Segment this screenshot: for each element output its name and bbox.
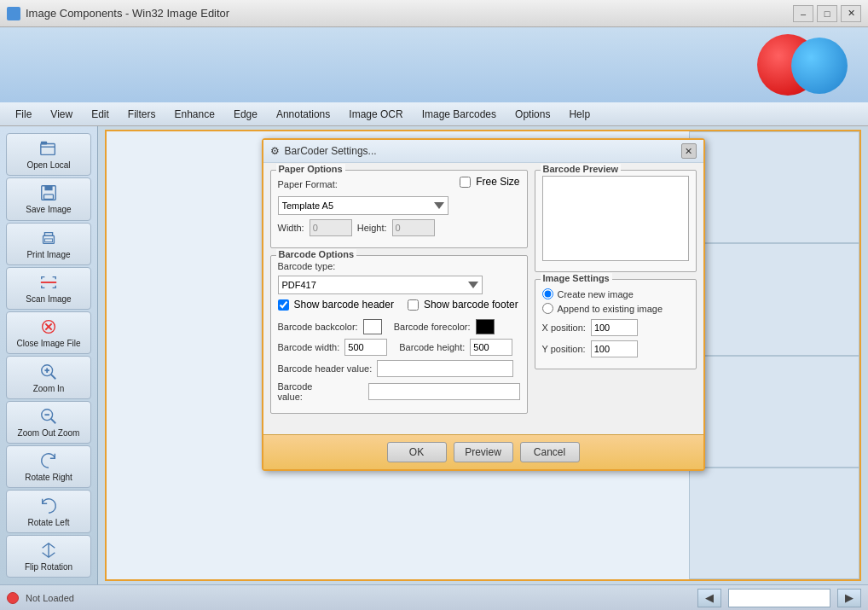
dialog-body: Paper Options Paper Format: Free Size (263, 163, 703, 434)
dialog-columns: Paper Options Paper Format: Free Size (270, 170, 697, 421)
sidebar-btn-label-save-image: Save Image (26, 205, 71, 215)
paper-format-select-row: Template A5Template A4Template LetterCus… (278, 196, 520, 215)
show-header-checkbox[interactable] (278, 299, 289, 311)
barcode-dimensions-row: Barcode width: 500 Barcode height: 500 (278, 339, 520, 356)
width-input[interactable]: 0 (310, 219, 352, 236)
barcode-options-section: Barcode Options Barcode type: PDF417QR C… (270, 255, 528, 414)
barcode-value-row: Barcode value: (278, 381, 520, 402)
header-value-label: Barcode header value: (278, 363, 373, 374)
paper-options-section: Paper Options Paper Format: Free Size (270, 170, 528, 248)
sidebar-btn-rotate-left[interactable]: Rotate Left (6, 490, 91, 532)
nav-prev-button[interactable]: ◀ (697, 589, 721, 607)
sidebar-btn-zoom-out[interactable]: Zoom Out Zoom (6, 401, 91, 444)
append-radio-row: Append to existing image (542, 303, 689, 314)
zoom-out-icon (37, 406, 61, 427)
backcolor-swatch[interactable] (363, 319, 382, 334)
sidebar-btn-save-image[interactable]: Save Image (6, 177, 91, 220)
dimensions-row: Width: 0 Height: 0 (278, 219, 520, 236)
menu-item-help[interactable]: Help (560, 106, 599, 123)
forecolor-label: Barcode forecolor: (394, 322, 471, 332)
height-input[interactable]: 0 (392, 219, 435, 236)
sidebar-btn-print-image[interactable]: Print Image (6, 223, 91, 265)
nav-next-button[interactable]: ▶ (837, 589, 861, 607)
svg-line-12 (51, 374, 56, 379)
flip-icon (37, 540, 61, 561)
create-new-radio[interactable] (542, 288, 553, 299)
checkboxes-row: Show barcode header Show barcode footer (278, 299, 520, 315)
dialog-left-column: Paper Options Paper Format: Free Size (270, 170, 528, 421)
svg-rect-6 (44, 239, 52, 242)
cancel-button[interactable]: Cancel (520, 442, 580, 462)
dialog-icon: ⚙ (270, 145, 280, 157)
barcode-preview-section: Barcode Preview (535, 170, 697, 272)
backcolor-label: Barcode backcolor: (278, 322, 358, 332)
save-icon (37, 183, 61, 203)
barcode-height-label: Barcode height: (399, 342, 465, 352)
header-value-input[interactable] (377, 360, 513, 377)
height-label: Height: (357, 223, 387, 233)
menu-item-options[interactable]: Options (506, 106, 558, 123)
title-bar: Image Components - Win32 Image Editor – … (0, 0, 868, 27)
title-bar-controls: – □ ✕ (793, 5, 861, 22)
dialog-title-text: BarCoder Settings... (285, 145, 377, 157)
x-position-row: X position: 100 (542, 319, 689, 336)
barcode-width-input[interactable]: 500 (344, 339, 387, 356)
sidebar-btn-close-image[interactable]: Close Image File (6, 311, 91, 354)
menu-item-edit[interactable]: Edit (83, 106, 118, 123)
folder-open-icon (37, 138, 61, 159)
barcode-preview-area (542, 176, 689, 261)
dialog-close-button[interactable]: ✕ (681, 143, 697, 159)
sidebar-btn-open-local[interactable]: Open Local (6, 133, 91, 176)
menu-item-edge[interactable]: Edge (225, 106, 266, 123)
close-window-button[interactable]: ✕ (841, 5, 861, 22)
maximize-button[interactable]: □ (817, 5, 837, 22)
create-new-radio-row: Create new image (542, 288, 689, 299)
menu-item-view[interactable]: View (42, 106, 81, 123)
content-area: ⚙ BarCoder Settings... ✕ (98, 126, 868, 584)
header-area (0, 27, 868, 102)
nav-input[interactable] (728, 589, 830, 607)
forecolor-swatch[interactable] (476, 319, 495, 334)
dialog-titlebar: ⚙ BarCoder Settings... ✕ (263, 140, 703, 163)
sidebar-btn-rotate-right[interactable]: Rotate Right (6, 445, 91, 488)
barcode-value-input[interactable] (368, 383, 520, 400)
preview-button[interactable]: Preview (454, 442, 513, 462)
menu-item-image-barcodes[interactable]: Image Barcodes (414, 106, 505, 123)
barcode-type-label: Barcode type: (278, 261, 336, 271)
dialog-right-column: Barcode Preview Image Settings (535, 170, 697, 421)
status-bar: Not Loaded ◀ ▶ (0, 584, 868, 610)
menu-item-enhance[interactable]: Enhance (166, 106, 223, 123)
barcode-value-label: Barcode value: (278, 381, 338, 402)
ok-button[interactable]: OK (387, 442, 447, 462)
y-position-input[interactable]: 100 (591, 340, 638, 357)
sidebar-btn-scan-image[interactable]: Scan Image (6, 267, 91, 310)
main-layout: Open Local Save Image Print Image Scan I… (0, 126, 868, 584)
barcode-height-input[interactable]: 500 (470, 339, 512, 356)
content-inner: ⚙ BarCoder Settings... ✕ (98, 126, 868, 584)
barcode-type-select[interactable]: PDF417QR CodeCode 128EAN-13Code 39 (278, 276, 483, 294)
sidebar-btn-flip-rotation[interactable]: Flip Rotation (6, 535, 91, 578)
show-footer-checkbox[interactable] (408, 299, 419, 311)
menu-item-file[interactable]: File (7, 106, 40, 123)
paper-format-select[interactable]: Template A5Template A4Template LetterCus… (278, 196, 448, 215)
menu-item-image-ocr[interactable]: Image OCR (340, 106, 411, 123)
free-size-checkbox[interactable] (460, 177, 471, 188)
sidebar-btn-label-zoom-in: Zoom In (33, 384, 65, 394)
image-settings-label: Image Settings (541, 273, 612, 283)
barcode-type-row: Barcode type: (278, 261, 520, 271)
app-title: Image Components - Win32 Image Editor (26, 7, 229, 20)
free-size-label: Free Size (476, 176, 519, 188)
sidebar-btn-label-rotate-left: Rotate Left (28, 518, 70, 528)
image-settings-section: Image Settings Create new image (535, 279, 697, 369)
menu-item-annotations[interactable]: Annotations (268, 106, 339, 123)
x-position-input[interactable]: 100 (591, 319, 638, 336)
show-footer-label: Show barcode footer (424, 299, 518, 311)
sidebar: Open Local Save Image Print Image Scan I… (0, 126, 98, 584)
barcode-type-select-row: PDF417QR CodeCode 128EAN-13Code 39 (278, 276, 520, 294)
sidebar-btn-label-open-local: Open Local (26, 160, 70, 171)
menu-item-filters[interactable]: Filters (119, 106, 165, 123)
append-radio[interactable] (542, 303, 553, 314)
sidebar-btn-label-close-image: Close Image File (16, 339, 80, 349)
minimize-button[interactable]: – (793, 5, 813, 22)
sidebar-btn-zoom-in[interactable]: Zoom In (6, 356, 91, 398)
